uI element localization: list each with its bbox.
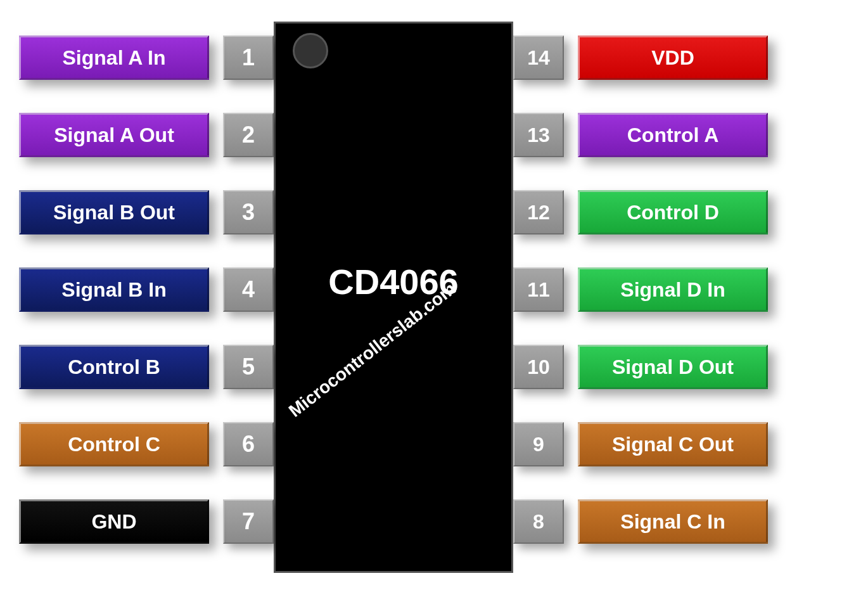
pin-label-6: Control C [19, 422, 209, 466]
pin-stub-13: 13 [513, 113, 564, 157]
pin-label-8: Signal C In [578, 499, 768, 544]
pin-stub-14: 14 [513, 35, 564, 80]
pin-stub-2: 2 [223, 113, 274, 157]
pin-stub-1: 1 [223, 35, 274, 80]
pin-stub-10: 10 [513, 345, 564, 389]
pin-stub-4: 4 [223, 267, 274, 312]
pin-label-11: Signal D In [578, 267, 768, 312]
pin-label-1: Signal A In [19, 35, 209, 80]
pin-label-9: Signal C Out [578, 422, 768, 466]
pin-stub-12: 12 [513, 190, 564, 234]
chip-pin1-dot [293, 33, 328, 68]
chip-name: CD4066 [274, 261, 513, 302]
pin-stub-3: 3 [223, 190, 274, 234]
pin-label-4: Signal B In [19, 267, 209, 312]
pin-label-13: Control A [578, 113, 768, 157]
pin-stub-7: 7 [223, 499, 274, 544]
pin-stub-8: 8 [513, 499, 564, 544]
pin-stub-11: 11 [513, 267, 564, 312]
pin-stub-6: 6 [223, 422, 274, 466]
pin-label-5: Control B [19, 345, 209, 389]
pin-label-7: GND [19, 499, 209, 544]
pin-label-3: Signal B Out [19, 190, 209, 234]
pin-label-14: VDD [578, 35, 768, 80]
pinout-diagram: CD4066 Microcontrollerslab.com 1Signal A… [0, 0, 849, 616]
pin-label-12: Control D [578, 190, 768, 234]
pin-label-10: Signal D Out [578, 345, 768, 389]
pin-stub-9: 9 [513, 422, 564, 466]
pin-stub-5: 5 [223, 345, 274, 389]
pin-label-2: Signal A Out [19, 113, 209, 157]
